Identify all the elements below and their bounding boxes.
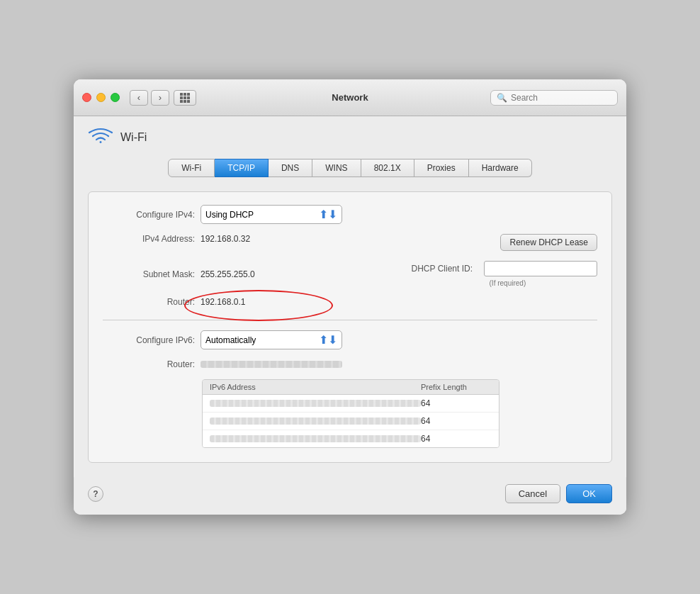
wifi-label: Wi-Fi <box>120 131 147 144</box>
renew-dhcp-button[interactable]: Renew DHCP Lease <box>500 234 597 251</box>
wifi-header: Wi-Fi <box>88 128 612 150</box>
router-row: Router: 192.168.0.1 <box>103 297 597 307</box>
configure-ipv6-select[interactable]: Automatically ⬆⬇ <box>201 330 342 349</box>
ipv6-col-prefix-header: Prefix Length <box>421 383 492 391</box>
router-label: Router: <box>103 297 195 307</box>
ipv6-address-blurred-2 <box>210 418 421 425</box>
tab-hardware[interactable]: Hardware <box>469 159 532 177</box>
dhcp-client-label: DHCP Client ID: <box>412 264 473 274</box>
tab-wifi[interactable]: Wi-Fi <box>168 159 215 177</box>
subnet-mask-value: 255.255.255.0 <box>201 269 255 279</box>
configure-ipv4-row: Configure IPv4: Using DHCP ⬆⬇ <box>103 205 597 224</box>
configure-ipv4-value: Using DHCP <box>205 210 254 220</box>
ipv4-address-label: IPv4 Address: <box>103 234 195 244</box>
configure-ipv6-label: Configure IPv6: <box>103 335 195 345</box>
router-value: 192.168.0.1 <box>201 297 245 307</box>
search-icon: 🔍 <box>497 93 507 103</box>
form-section: Configure IPv4: Using DHCP ⬆⬇ IPv4 Addre… <box>88 191 612 463</box>
content-area: Wi-Fi Wi-Fi TCP/IP DNS WINS 802.1X Proxi… <box>74 116 626 477</box>
router-ipv6-row: Router: <box>103 359 597 369</box>
ipv6-address-blurred-3 <box>210 435 421 442</box>
traffic-lights <box>82 93 120 102</box>
tab-dns[interactable]: DNS <box>269 159 312 177</box>
close-button[interactable] <box>82 93 91 102</box>
configure-ipv4-select[interactable]: Using DHCP ⬆⬇ <box>201 205 342 224</box>
ipv6-col-address-header: IPv6 Address <box>210 383 421 391</box>
ok-button[interactable]: OK <box>566 484 612 503</box>
configure-ipv4-label: Configure IPv4: <box>103 210 195 220</box>
divider <box>103 320 597 320</box>
search-input[interactable] <box>511 93 611 103</box>
configure-ipv6-row: Configure IPv6: Automatically ⬆⬇ <box>103 330 597 349</box>
tab-proxies[interactable]: Proxies <box>414 159 469 177</box>
subnet-mask-label: Subnet Mask: <box>103 269 195 279</box>
ipv4-address-value: 192.168.0.32 <box>201 234 250 244</box>
dhcp-client-input[interactable] <box>484 261 597 276</box>
ipv6-address-blurred-1 <box>210 400 421 407</box>
bottom-bar: ? Cancel OK <box>74 477 626 515</box>
nav-buttons: ‹ › <box>130 90 169 106</box>
if-required-text: (If required) <box>490 279 526 287</box>
tab-tcpip[interactable]: TCP/IP <box>215 159 269 177</box>
router-ipv6-label: Router: <box>103 359 195 369</box>
ipv6-table: IPv6 Address Prefix Length 64 64 64 <box>202 379 499 448</box>
grid-button[interactable] <box>174 90 196 106</box>
search-box[interactable]: 🔍 <box>490 90 618 106</box>
help-button[interactable]: ? <box>88 486 103 502</box>
ipv6-table-header: IPv6 Address Prefix Length <box>203 380 499 395</box>
back-button[interactable]: ‹ <box>130 90 148 106</box>
configure-ipv6-value: Automatically <box>205 335 256 345</box>
wifi-icon <box>88 128 113 147</box>
ipv6-prefix-2: 64 <box>421 416 492 426</box>
forward-button[interactable]: › <box>151 90 169 106</box>
minimize-button[interactable] <box>96 93 106 102</box>
router-ipv6-value-blurred <box>201 361 342 368</box>
ipv4-address-row: IPv4 Address: 192.168.0.32 Renew DHCP Le… <box>103 234 597 251</box>
ipv6-prefix-3: 64 <box>421 434 492 444</box>
cancel-button[interactable]: Cancel <box>505 484 560 503</box>
action-buttons: Cancel OK <box>505 484 612 503</box>
grid-icon <box>180 93 190 103</box>
window-title: Network <box>332 92 368 103</box>
table-row: 64 <box>203 413 499 430</box>
table-row: 64 <box>203 395 499 413</box>
table-row: 64 <box>203 430 499 447</box>
chevron-icon: ⬆⬇ <box>319 208 337 221</box>
titlebar: ‹ › Network 🔍 <box>74 79 626 116</box>
ipv6-chevron-icon: ⬆⬇ <box>319 333 337 347</box>
main-window: ‹ › Network 🔍 <box>74 79 626 515</box>
tab-8021x[interactable]: 802.1X <box>361 159 414 177</box>
tabs-bar: Wi-Fi TCP/IP DNS WINS 802.1X Proxies Har… <box>88 159 612 177</box>
subnet-mask-row: Subnet Mask: 255.255.255.0 DHCP Client I… <box>103 261 597 287</box>
ipv6-prefix-1: 64 <box>421 398 492 408</box>
maximize-button[interactable] <box>111 93 120 102</box>
tab-wins[interactable]: WINS <box>312 159 361 177</box>
